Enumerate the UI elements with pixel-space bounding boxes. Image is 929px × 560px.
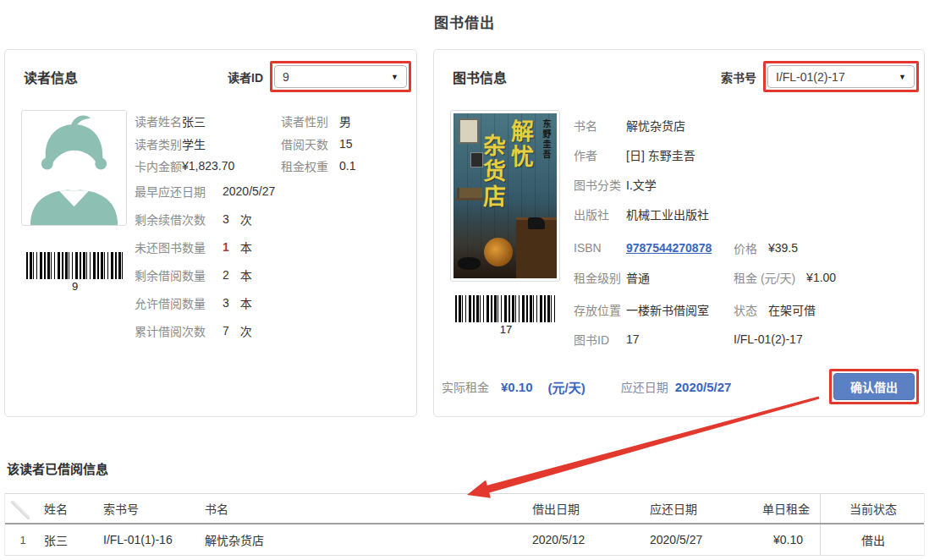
book-barcode: [455, 295, 557, 322]
field-value: 15: [339, 137, 353, 151]
field-row: 作者 [日] 东野圭吾: [574, 140, 912, 169]
reader-panel-body: 9 读者姓名 张三 读者性别男 读者类别 学生 借阅天数15 卡内金额 ¥1,8…: [5, 110, 416, 345]
field-value: 男: [339, 113, 351, 129]
reader-id-select[interactable]: 9 ▼: [274, 65, 407, 88]
field-value: 张三: [182, 113, 281, 129]
field-label: 剩余借阅数量: [135, 266, 223, 283]
field-label: 借阅天数: [281, 135, 328, 152]
row-call-number: I/FL-01(1)-16: [100, 533, 201, 546]
field-label: 书名: [574, 117, 626, 134]
field-label: 租金权重: [281, 157, 328, 174]
field-label: ISBN: [574, 241, 626, 255]
field-label: 剩余续借次数: [135, 211, 223, 228]
caret-down-icon: ▼: [899, 73, 906, 81]
field-unit: 本: [240, 266, 252, 283]
column-header-daily-rent[interactable]: 单日租金: [762, 500, 820, 517]
book-panel-title: 图书信息: [453, 67, 507, 87]
field-row: 卡内金额 ¥1,823.70 租金权重0.1: [135, 155, 404, 178]
field-row: 图书分类 I.文学: [574, 169, 912, 199]
book-id-value: 17: [626, 332, 734, 346]
field-label: 读者类别: [135, 135, 182, 152]
field-value: 学生: [182, 135, 281, 152]
annotation-box-confirm-button: 确认借出: [829, 369, 919, 404]
book-cover: 解忧 杂货店 东野圭吾: [450, 110, 560, 282]
author-value: [日] 东野圭吾: [626, 146, 734, 163]
book-info-panel: 图书信息 索书号 I/FL-01(2)-17 ▼: [433, 49, 925, 417]
column-header-book-title[interactable]: 书名: [201, 500, 525, 517]
call-number-select[interactable]: I/FL-01(2)-17 ▼: [767, 65, 915, 88]
person-icon: [22, 111, 126, 225]
call-number-label: 索书号: [721, 69, 756, 85]
field-label: 累计借阅次数: [135, 322, 223, 339]
cover-author: 东野圭吾: [540, 119, 552, 160]
book-footer: 实际租金 ¥0.10 (元/天) 应还日期 2020/5/27 确认借出: [442, 369, 919, 404]
column-header-call-number[interactable]: 索书号: [100, 500, 201, 517]
reader-barcode: [26, 252, 124, 279]
price-value: ¥39.5: [768, 241, 798, 255]
reader-id-label: 读者ID: [228, 69, 263, 85]
field-label: 读者性别: [281, 113, 328, 129]
reader-barcode-number: 9: [21, 280, 129, 293]
due-date-value: 2020/5/27: [675, 380, 732, 394]
book-title-value: 解忧杂货店: [626, 117, 734, 134]
field-row: 未还图书数量 1本: [135, 233, 404, 261]
cover-title-part2: 杂货店: [476, 134, 509, 210]
cover-telephone: [458, 257, 481, 270]
reader-panel-title: 读者信息: [24, 67, 78, 87]
book-panel-header: 图书信息 索书号 I/FL-01(2)-17 ▼: [434, 50, 924, 92]
row-status: 借出: [820, 524, 926, 555]
confirm-lend-button[interactable]: 确认借出: [833, 373, 915, 400]
field-row: 图书ID 17 I/FL-01(2)-17: [574, 324, 912, 354]
field-row: 租金级别 普通 租金 (元/天)¥1.00: [574, 262, 912, 292]
table-header-row: 姓名 索书号 书名 借出日期 应还日期 单日租金 当前状态: [5, 493, 924, 524]
field-value: ¥1,823.70: [182, 159, 281, 173]
table-corner-cell[interactable]: [5, 494, 41, 523]
column-header-status[interactable]: 当前状态: [820, 494, 926, 523]
book-identity-column: 解忧 杂货店 东野圭吾 17: [450, 110, 562, 354]
actual-rent-unit: (元/天): [548, 378, 585, 396]
column-header-lend-date[interactable]: 借出日期: [525, 500, 646, 517]
field-label: 存放位置: [574, 301, 626, 318]
column-header-due-date[interactable]: 应还日期: [646, 500, 762, 517]
field-row: 读者姓名 张三 读者性别男: [135, 110, 404, 133]
row-index: 1: [5, 524, 41, 555]
due-date-label: 应还日期: [621, 378, 668, 395]
category-value: I.文学: [626, 176, 734, 193]
column-header-name[interactable]: 姓名: [41, 500, 100, 517]
field-unit: 本: [240, 294, 252, 311]
book-panel-body: 解忧 杂货店 东野圭吾 17 书名 解忧杂货店 作者 [日] 东野圭吾: [434, 110, 924, 354]
annotation-box-call-number: I/FL-01(2)-17 ▼: [763, 61, 919, 92]
field-label: 状态: [734, 301, 757, 318]
row-book-title: 解忧杂货店: [201, 531, 525, 548]
field-value: 2020/5/27: [223, 184, 404, 198]
field-value: 0.1: [339, 159, 355, 173]
field-row: 最早应还日期 2020/5/27: [135, 178, 404, 206]
borrowed-table: 姓名 索书号 书名 借出日期 应还日期 单日租金 当前状态 1 张三 I/FL-…: [4, 493, 925, 556]
field-label: 最早应还日期: [135, 183, 223, 200]
row-daily-rent: ¥0.10: [762, 533, 820, 546]
reader-avatar: [21, 110, 127, 226]
call-number-value: I/FL-01(2)-17: [734, 332, 803, 346]
annotation-box-reader-id: 9 ▼: [270, 61, 411, 92]
reader-identity-column: 9: [21, 110, 129, 345]
row-lend-date: 2020/5/12: [525, 533, 646, 546]
field-row: 书名 解忧杂货店: [574, 110, 912, 140]
row-name: 张三: [41, 531, 100, 548]
field-row: 累计借阅次数 7次: [135, 317, 404, 345]
table-row[interactable]: 1 张三 I/FL-01(1)-16 解忧杂货店 2020/5/12 2020/…: [5, 524, 924, 556]
field-label: 图书分类: [574, 176, 626, 193]
field-row: 剩余借阅数量 2本: [135, 261, 404, 289]
field-value: 3: [223, 296, 229, 310]
book-barcode-number: 17: [450, 323, 562, 336]
field-label: 作者: [574, 146, 626, 163]
reader-id-selected-value: 9: [283, 70, 289, 84]
isbn-link[interactable]: 9787544270878: [626, 241, 734, 255]
publisher-value: 机械工业出版社: [626, 206, 734, 222]
field-label: 卡内金额: [135, 157, 182, 174]
page-title: 图书借出: [0, 11, 929, 32]
field-row: ISBN 9787544270878 价格¥39.5: [574, 233, 912, 262]
unreturned-count-value: 1: [223, 240, 229, 254]
field-label: 未还图书数量: [135, 239, 223, 255]
book-cover-art: 解忧 杂货店 东野圭吾: [454, 113, 557, 278]
field-label: 价格: [734, 239, 757, 256]
